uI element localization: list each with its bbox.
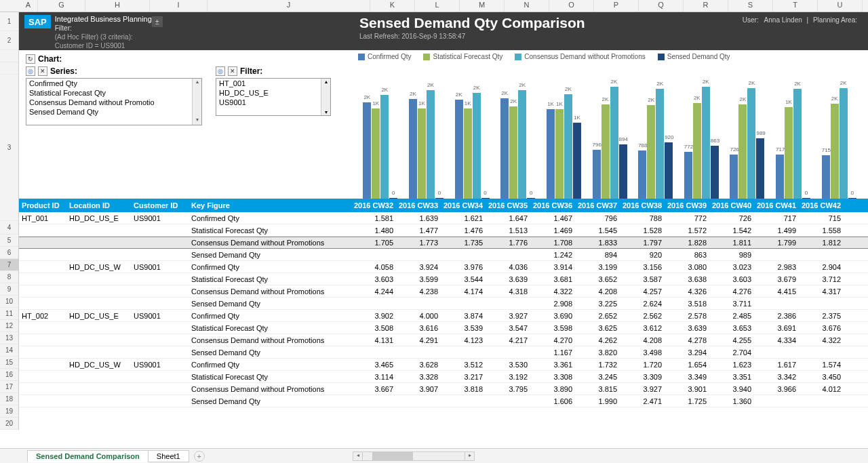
table-header-cell[interactable]: Product ID: [19, 201, 66, 209]
series-listbox[interactable]: Confirmed QtyStatistical Forecast QtyCon…: [26, 78, 202, 125]
scroll-left-icon[interactable]: ◂: [353, 452, 363, 460]
row-number[interactable]: 16: [0, 369, 18, 381]
table-header-cell[interactable]: 2016 CW34: [441, 201, 486, 209]
column-letter[interactable]: A: [19, 0, 38, 12]
filter-list-item[interactable]: HD_DC_US_E: [216, 88, 330, 98]
scroll-down-icon[interactable]: ▾: [193, 117, 201, 125]
table-header-cell[interactable]: 2016 CW33: [396, 201, 441, 209]
scroll-up-icon[interactable]: ▴: [193, 79, 201, 87]
row-number[interactable]: 6: [0, 247, 18, 259]
table-header-cell[interactable]: 2016 CW35: [486, 201, 530, 209]
row-number[interactable]: 10: [0, 296, 18, 308]
table-row[interactable]: Sensed Demand Qty1.6061.9902.4711.7251.3…: [19, 395, 868, 407]
chart-bar: 0: [389, 198, 397, 199]
table-header-cell[interactable]: 2016 CW37: [575, 201, 620, 209]
row-number[interactable]: 8: [0, 271, 18, 283]
table-row[interactable]: Consensus Demand without Promotions4.244…: [19, 285, 868, 298]
row-number[interactable]: [0, 62, 18, 75]
column-letter[interactable]: K: [370, 0, 415, 12]
chart-bar: 717: [776, 155, 784, 199]
table-row[interactable]: Statistical Forecast Qty3.6033.5993.5443…: [19, 273, 868, 285]
series-list-item[interactable]: Sensed Demand Qty: [26, 107, 201, 117]
table-row[interactable]: Sensed Demand Qty2.9083.2252.6243.5183.7…: [19, 298, 868, 310]
column-letter[interactable]: G: [38, 0, 85, 12]
row-number[interactable]: 15: [0, 357, 18, 369]
table-row[interactable]: Consensus Demand without Promotions4.131…: [19, 334, 868, 346]
table-row[interactable]: Sensed Demand Qty1.1673.8203.4983.2942.7…: [19, 346, 868, 359]
horizontal-scrollbar[interactable]: ◂ ▸: [353, 451, 475, 461]
table-row[interactable]: Consensus Demand without Promotions3.667…: [19, 383, 868, 395]
add-sheet-button[interactable]: +: [194, 451, 205, 462]
tab-sensed-demand[interactable]: Sensed Demand Comparison: [27, 450, 149, 462]
column-letter[interactable]: P: [594, 0, 639, 12]
table-header-cell[interactable]: Location ID: [66, 201, 131, 209]
column-letter[interactable]: O: [549, 0, 594, 12]
table-row[interactable]: Statistical Forecast Qty3.1143.3283.2173…: [19, 371, 868, 383]
table-header-cell[interactable]: 2016 CW38: [620, 201, 665, 209]
row-number[interactable]: 12: [0, 320, 18, 332]
chart-bar: 2K: [363, 102, 371, 199]
series-settings-icon[interactable]: ◎: [26, 66, 35, 76]
table-header-cell[interactable]: 2016 CW32: [351, 201, 396, 209]
row-number[interactable]: 5: [0, 235, 18, 247]
filter-expand-button[interactable]: ±: [152, 16, 163, 27]
tab-sheet1[interactable]: Sheet1: [148, 450, 189, 462]
column-letter[interactable]: N: [505, 0, 549, 12]
series-list-item[interactable]: Statistical Forecast Qty: [26, 88, 201, 98]
filter-clear-icon[interactable]: ✕: [228, 66, 237, 76]
scroll-down-icon[interactable]: ▾: [321, 109, 330, 115]
column-letter[interactable]: H: [85, 0, 150, 12]
row-number[interactable]: 18: [0, 393, 18, 405]
row-number[interactable]: 14: [0, 344, 18, 357]
row-number[interactable]: 4: [0, 221, 18, 235]
table-header-cell[interactable]: 2016 CW41: [754, 201, 799, 209]
table-header-cell[interactable]: 2016 CW40: [709, 201, 754, 209]
column-letter[interactable]: T: [773, 0, 818, 12]
table-row[interactable]: HD_DC_US_WUS9001Confirmed Qty4.0583.9243…: [19, 261, 868, 273]
column-letter[interactable]: Q: [639, 0, 684, 12]
table-row[interactable]: HT_002HD_DC_US_EUS9001Confirmed Qty3.902…: [19, 310, 868, 322]
row-number[interactable]: 13: [0, 332, 18, 344]
table-header-cell[interactable]: 2016 CW39: [665, 201, 709, 209]
row-number[interactable]: 19: [0, 405, 18, 418]
filter-list-item[interactable]: US9001: [216, 98, 330, 107]
row-number[interactable]: 1: [0, 12, 18, 31]
column-letter[interactable]: U: [818, 0, 863, 12]
bar-label: 863: [711, 138, 719, 144]
table-row[interactable]: Statistical Forecast Qty1.4801.4771.4761…: [19, 224, 868, 237]
table-row[interactable]: HT_001HD_DC_US_EUS9001Confirmed Qty1.581…: [19, 212, 868, 224]
series-clear-icon[interactable]: ✕: [38, 66, 47, 76]
table-row[interactable]: Consensus Demand without Promotions1.705…: [19, 237, 868, 249]
filter-listbox[interactable]: HT_001HD_DC_US_EUS9001▴▾: [216, 78, 331, 116]
row-number[interactable]: 9: [0, 283, 18, 296]
filter-settings-icon[interactable]: ◎: [216, 66, 225, 76]
column-letter[interactable]: R: [684, 0, 728, 12]
column-letter[interactable]: L: [415, 0, 460, 12]
series-list-item[interactable]: Confirmed Qty: [26, 79, 201, 88]
row-number[interactable]: [0, 50, 18, 62]
table-row[interactable]: Statistical Forecast Qty3.5083.6163.5393…: [19, 322, 868, 334]
table-header-cell[interactable]: 2016 CW42: [799, 201, 844, 209]
table-cell: 4.322: [799, 336, 844, 344]
table-header-cell[interactable]: Key Figure: [189, 201, 351, 209]
table-row[interactable]: Sensed Demand Qty1.242894920863989: [19, 249, 868, 261]
row-number[interactable]: 7: [0, 259, 18, 271]
column-letter[interactable]: M: [460, 0, 505, 12]
row-number[interactable]: 20: [0, 418, 18, 430]
column-letter[interactable]: I: [150, 0, 208, 12]
table-row[interactable]: HD_DC_US_WUS9001Confirmed Qty3.4653.6283…: [19, 359, 868, 371]
row-number[interactable]: 2: [0, 31, 18, 50]
scroll-up-icon[interactable]: ▴: [321, 79, 330, 85]
row-number[interactable]: 17: [0, 381, 18, 393]
series-list-item[interactable]: Consensus Demand without Promotio: [26, 98, 201, 107]
table-header-cell[interactable]: 2016 CW36: [530, 201, 575, 209]
chart-refresh-icon[interactable]: ↻: [26, 54, 35, 64]
filter-list-item[interactable]: HT_001: [216, 79, 330, 88]
column-letter[interactable]: S: [728, 0, 773, 12]
column-letter[interactable]: J: [208, 0, 370, 12]
row-number[interactable]: 11: [0, 308, 18, 320]
scrollbar-thumb[interactable]: [372, 452, 413, 460]
row-number[interactable]: 3: [0, 75, 18, 221]
table-header-cell[interactable]: Customer ID: [131, 201, 189, 209]
scroll-right-icon[interactable]: ▸: [465, 452, 474, 460]
